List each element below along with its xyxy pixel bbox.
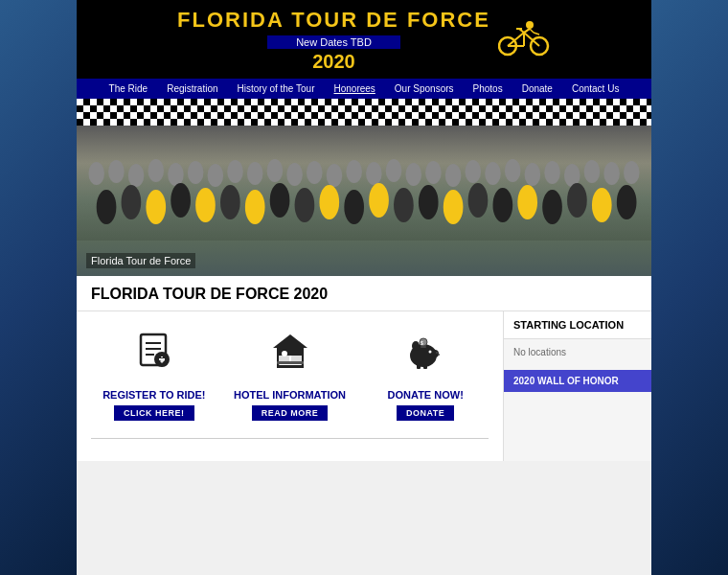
svg-point-76 bbox=[282, 351, 287, 356]
svg-point-79 bbox=[412, 341, 420, 351]
register-button[interactable]: CLICK HERE! bbox=[114, 405, 194, 421]
nav-honorees[interactable]: Honorees bbox=[324, 79, 384, 99]
header-year: 2020 bbox=[177, 51, 490, 73]
svg-line-10 bbox=[524, 29, 530, 33]
svg-point-31 bbox=[445, 164, 462, 187]
bg-right-panel bbox=[651, 0, 728, 575]
svg-point-45 bbox=[195, 188, 216, 222]
svg-point-47 bbox=[245, 190, 265, 224]
bg-left-panel bbox=[0, 0, 77, 575]
donate-icon: $ bbox=[404, 331, 446, 381]
svg-point-80 bbox=[429, 351, 432, 354]
svg-point-43 bbox=[146, 190, 166, 224]
svg-point-22 bbox=[267, 159, 284, 182]
register-icon bbox=[133, 331, 175, 381]
svg-point-26 bbox=[346, 160, 362, 183]
nav-contact[interactable]: Contact Us bbox=[562, 79, 628, 99]
svg-point-78 bbox=[431, 350, 439, 357]
svg-text:$: $ bbox=[421, 340, 423, 346]
svg-point-21 bbox=[247, 162, 263, 185]
svg-point-29 bbox=[405, 163, 421, 186]
svg-point-18 bbox=[188, 161, 204, 184]
svg-point-46 bbox=[220, 185, 240, 219]
no-locations-text: No locations bbox=[504, 339, 651, 365]
site-title: FLORIDA TOUR DE FORCE bbox=[177, 8, 490, 33]
svg-point-13 bbox=[88, 162, 104, 185]
content-area: REGISTER TO RIDE! CLICK HERE! bbox=[77, 311, 651, 461]
hotel-card: HOTEL INFORMATION READ MORE bbox=[227, 331, 353, 421]
svg-point-55 bbox=[444, 190, 464, 224]
svg-point-53 bbox=[394, 188, 414, 222]
hotel-icon bbox=[269, 331, 311, 381]
svg-point-62 bbox=[617, 185, 637, 219]
svg-point-48 bbox=[270, 183, 290, 218]
starting-location-header: STARTING LOCATION bbox=[504, 311, 651, 339]
svg-point-33 bbox=[485, 162, 501, 185]
svg-rect-75 bbox=[277, 361, 304, 364]
nav-the-ride[interactable]: The Ride bbox=[100, 79, 158, 99]
svg-point-17 bbox=[168, 163, 184, 186]
svg-point-61 bbox=[592, 188, 612, 222]
svg-point-82 bbox=[438, 354, 440, 356]
donate-title: DONATE NOW! bbox=[388, 389, 464, 401]
svg-point-40 bbox=[624, 161, 640, 184]
nav-donate[interactable]: Donate bbox=[512, 79, 562, 99]
svg-point-60 bbox=[567, 183, 587, 218]
svg-point-23 bbox=[286, 163, 303, 186]
svg-point-39 bbox=[603, 162, 620, 185]
svg-point-14 bbox=[108, 160, 125, 183]
cards-row: REGISTER TO RIDE! CLICK HERE! bbox=[91, 326, 489, 430]
svg-point-51 bbox=[344, 190, 364, 224]
svg-point-19 bbox=[208, 164, 224, 187]
hero-image: Florida Tour de Force bbox=[77, 99, 651, 276]
svg-point-25 bbox=[327, 164, 343, 187]
svg-point-59 bbox=[542, 190, 562, 224]
svg-line-12 bbox=[534, 33, 539, 34]
hotel-button[interactable]: READ MORE bbox=[252, 405, 329, 421]
left-section: REGISTER TO RIDE! CLICK HERE! bbox=[77, 311, 503, 461]
donate-button[interactable]: DONATE bbox=[397, 405, 454, 421]
svg-point-24 bbox=[307, 161, 323, 184]
svg-point-44 bbox=[171, 183, 191, 218]
main-nav: The Ride Registration History of the Tou… bbox=[77, 79, 651, 99]
svg-point-34 bbox=[505, 159, 521, 182]
wall-of-honor-label[interactable]: 2020 WALL OF HONOR bbox=[504, 370, 651, 392]
page-title-bar: FLORIDA TOUR DE FORCE 2020 bbox=[77, 276, 651, 311]
svg-point-36 bbox=[544, 161, 560, 184]
svg-point-20 bbox=[227, 160, 243, 183]
svg-point-49 bbox=[295, 188, 315, 222]
svg-point-35 bbox=[525, 163, 541, 186]
hero-caption: Florida Tour de Force bbox=[86, 253, 195, 268]
svg-point-42 bbox=[122, 185, 142, 219]
svg-marker-70 bbox=[273, 334, 307, 348]
svg-point-16 bbox=[148, 159, 164, 182]
svg-point-50 bbox=[319, 185, 339, 219]
svg-point-38 bbox=[584, 160, 601, 183]
nav-sponsors[interactable]: Our Sponsors bbox=[385, 79, 464, 99]
main-wrapper: FLORIDA TOUR DE FORCE New Dates TBD 2020 bbox=[77, 0, 651, 575]
svg-point-9 bbox=[526, 21, 534, 29]
svg-rect-83 bbox=[417, 364, 421, 369]
header-subtitle: New Dates TBD bbox=[267, 35, 400, 49]
bike-icon bbox=[498, 19, 551, 61]
svg-point-41 bbox=[97, 190, 117, 224]
svg-point-52 bbox=[369, 183, 389, 218]
svg-rect-84 bbox=[423, 364, 427, 369]
svg-point-57 bbox=[492, 188, 512, 222]
svg-point-58 bbox=[517, 185, 537, 219]
svg-point-56 bbox=[468, 183, 489, 218]
nav-history[interactable]: History of the Tour bbox=[228, 79, 325, 99]
svg-point-32 bbox=[466, 160, 482, 183]
nav-registration[interactable]: Registration bbox=[157, 79, 227, 99]
svg-point-54 bbox=[419, 185, 439, 219]
page-title: FLORIDA TOUR DE FORCE 2020 bbox=[91, 286, 637, 303]
register-title: REGISTER TO RIDE! bbox=[102, 389, 205, 401]
site-header: FLORIDA TOUR DE FORCE New Dates TBD 2020 bbox=[77, 0, 651, 79]
svg-point-30 bbox=[425, 161, 442, 184]
svg-point-28 bbox=[386, 159, 402, 182]
svg-point-27 bbox=[366, 162, 382, 185]
right-sidebar: STARTING LOCATION No locations 2020 WALL… bbox=[503, 311, 651, 461]
hotel-title: HOTEL INFORMATION bbox=[234, 389, 346, 401]
register-card: REGISTER TO RIDE! CLICK HERE! bbox=[91, 331, 217, 421]
nav-photos[interactable]: Photos bbox=[464, 79, 512, 99]
